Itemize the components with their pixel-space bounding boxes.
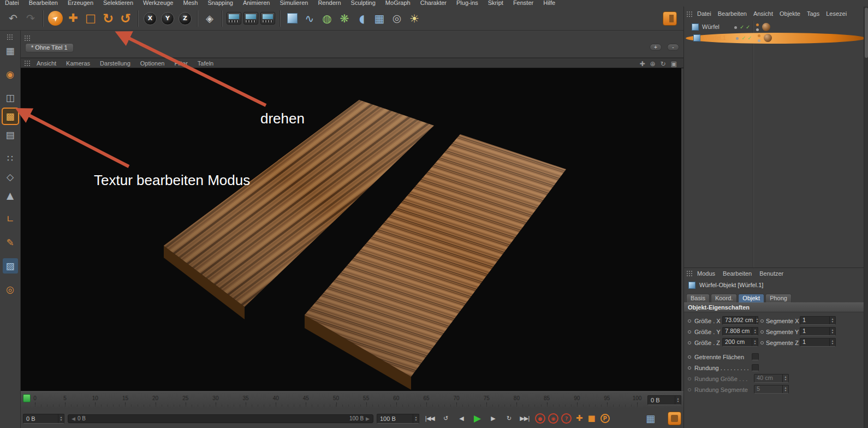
- edges-mode-tool[interactable]: ◇: [3, 169, 18, 185]
- om-menu-bearbeiten[interactable]: Bearbeiten: [718, 10, 747, 17]
- menu-snapping[interactable]: Snapping: [203, 0, 238, 7]
- attribute-input[interactable]: 7.808 cm: [722, 327, 758, 336]
- visibility-dot-icon[interactable]: [736, 37, 739, 40]
- am-menu-modus[interactable]: Modus: [697, 270, 715, 277]
- scale-tool[interactable]: □: [82, 9, 99, 28]
- render-view-button[interactable]: [227, 12, 241, 25]
- lock-x-axis-button[interactable]: X: [144, 12, 157, 25]
- menu-sculpting[interactable]: Sculpting: [346, 0, 381, 7]
- add-light-button[interactable]: ☀: [406, 9, 423, 28]
- checkbox[interactable]: [752, 364, 759, 371]
- attribute-tab-koord[interactable]: Koord.: [711, 294, 737, 302]
- interface-layout-button[interactable]: [663, 11, 677, 26]
- toggle-view-button[interactable]: ▣: [671, 58, 677, 68]
- viewport-menu-optionen[interactable]: Optionen: [140, 60, 165, 67]
- stepper-icon[interactable]: [829, 328, 835, 335]
- add-camera-button[interactable]: ◎: [388, 9, 406, 28]
- add-mograph-button[interactable]: ❋: [336, 9, 353, 28]
- om-menu-datei[interactable]: Datei: [697, 10, 711, 17]
- anim-dot-icon[interactable]: [760, 341, 764, 344]
- scrub-left-arrow-icon[interactable]: ◀: [72, 416, 75, 421]
- menu-animieren[interactable]: Animieren: [238, 0, 275, 7]
- stepper-icon[interactable]: [752, 338, 758, 346]
- stepper-icon[interactable]: [829, 317, 835, 324]
- anim-dot-icon[interactable]: [688, 366, 691, 370]
- undo-button[interactable]: ↶: [4, 9, 22, 28]
- anim-dot-icon[interactable]: [760, 319, 764, 323]
- range-end-value[interactable]: 100 B: [377, 415, 413, 422]
- goto-start-button[interactable]: |◀◀: [423, 413, 437, 425]
- viewport-menu-darstellung[interactable]: Darstellung: [100, 60, 130, 67]
- checkbox[interactable]: [752, 353, 759, 360]
- scrub-right-arrow-icon[interactable]: ▶: [366, 416, 370, 421]
- attribute-input[interactable]: 1: [800, 316, 836, 325]
- menu-skript[interactable]: Skript: [483, 0, 508, 7]
- attribute-tab-phong[interactable]: Phong: [765, 294, 792, 302]
- viewport-menu-filter[interactable]: Filter: [174, 60, 187, 67]
- attribute-input[interactable]: 1: [800, 327, 836, 336]
- am-menu-bearbeiten[interactable]: Bearbeiten: [723, 270, 752, 277]
- add-spline-button[interactable]: ∿: [301, 9, 318, 28]
- goto-previous-key-button[interactable]: ↺: [438, 413, 453, 425]
- rotate-camera-button[interactable]: ↻: [661, 58, 666, 68]
- add-view-button[interactable]: +: [650, 44, 662, 51]
- enabled-check-icon[interactable]: ✓: [740, 24, 744, 30]
- menu-erzeugen[interactable]: Erzeugen: [63, 0, 98, 7]
- remove-view-button[interactable]: -: [667, 44, 679, 51]
- render-settings-button[interactable]: [260, 12, 275, 25]
- layout-panel-button[interactable]: [668, 412, 681, 425]
- scrollbar[interactable]: [864, 7, 868, 428]
- om-menu-objekte[interactable]: Objekte: [780, 10, 800, 17]
- add-deformer-button[interactable]: ◖: [353, 9, 371, 28]
- add-environment-button[interactable]: ▦: [371, 9, 388, 28]
- record-pla-toggle[interactable]: ▦: [646, 414, 655, 424]
- drag-handle-icon[interactable]: [24, 60, 31, 66]
- enabled-check-icon[interactable]: ✓: [741, 35, 746, 41]
- texture-edit-mode-tool[interactable]: ▩: [3, 109, 18, 124]
- current-frame-marker[interactable]: [23, 394, 31, 402]
- goto-end-button[interactable]: ▶▶|: [518, 413, 532, 425]
- visibility-toggle-icon[interactable]: [758, 34, 760, 42]
- drag-handle-icon[interactable]: [686, 11, 693, 17]
- record-position-toggle[interactable]: ✚: [576, 414, 583, 423]
- attribute-input[interactable]: 73.092 cm: [722, 316, 758, 325]
- anim-dot-icon[interactable]: [688, 319, 691, 323]
- live-selection-tool[interactable]: ➤: [48, 11, 63, 26]
- menu-hilfe[interactable]: Hilfe: [538, 0, 560, 7]
- drag-handle-icon[interactable]: [686, 270, 693, 276]
- coordinate-system-button[interactable]: ◈: [201, 9, 218, 28]
- anim-dot-icon[interactable]: [760, 330, 764, 334]
- menu-selektieren[interactable]: Selektieren: [98, 0, 138, 7]
- om-menu-lesezei[interactable]: Lesezei: [826, 10, 847, 17]
- timeline-frame-value[interactable]: 0 B: [648, 397, 675, 403]
- stepper-icon[interactable]: [755, 317, 758, 324]
- attribute-tab-objekt[interactable]: Objekt: [738, 294, 764, 302]
- document-tab[interactable]: * Ohne Titel 1: [25, 43, 74, 52]
- menu-datei[interactable]: Datei: [0, 0, 24, 7]
- menu-bearbeiten[interactable]: Bearbeiten: [24, 0, 63, 7]
- enabled-check-icon[interactable]: ✓: [746, 24, 750, 30]
- next-frame-button[interactable]: ▶: [486, 413, 500, 425]
- menu-rendern[interactable]: Rendern: [313, 0, 346, 7]
- zoom-camera-button[interactable]: ⊕: [650, 58, 656, 68]
- section-header[interactable]: Objekt-Eigenschaften: [684, 302, 864, 312]
- menu-werkzeuge[interactable]: Werkzeuge: [138, 0, 178, 7]
- menu-charakter[interactable]: Charakter: [415, 0, 451, 7]
- scrollbar-thumb[interactable]: [865, 8, 868, 58]
- object-row-würfel[interactable]: Würfel✓✓: [684, 22, 864, 33]
- play-button[interactable]: ▶: [470, 413, 484, 425]
- record-keyframe-button[interactable]: ●: [535, 413, 545, 424]
- make-editable-tool[interactable]: ▦: [3, 43, 18, 58]
- previous-frame-button[interactable]: ◀: [454, 413, 468, 425]
- stepper-icon[interactable]: [675, 396, 681, 405]
- snap-settings-tool[interactable]: ◎: [3, 282, 18, 297]
- texture-tag-icon[interactable]: [762, 23, 770, 31]
- stepper-icon[interactable]: [58, 414, 64, 423]
- pan-camera-button[interactable]: ✚: [639, 58, 645, 68]
- menu-fenster[interactable]: Fenster: [508, 0, 538, 7]
- move-tool[interactable]: ✚: [64, 9, 82, 28]
- timeline-scrubber[interactable]: ◀ 0 B 100 B ▶: [68, 414, 373, 423]
- autokey-button[interactable]: ◉: [548, 413, 558, 424]
- add-subdivision-surface-button[interactable]: ◍: [318, 9, 336, 28]
- visibility-toggle-icon[interactable]: [756, 23, 759, 31]
